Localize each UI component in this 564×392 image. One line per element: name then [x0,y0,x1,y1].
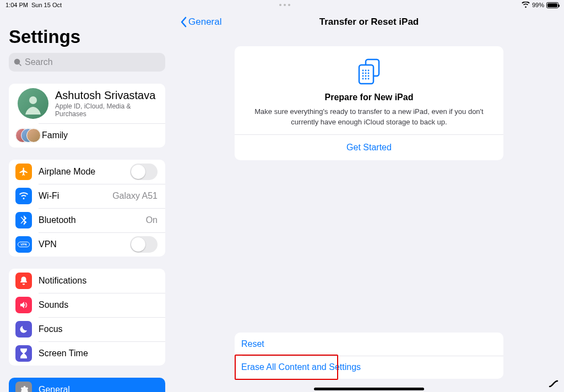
svg-point-0 [29,96,37,104]
prepare-hero-icon [352,55,386,88]
focus-row[interactable]: Focus [9,317,165,341]
airplane-mode-row[interactable]: Airplane Mode [9,160,165,184]
system-group: General Control Centre [9,378,165,392]
vpn-row[interactable]: VPN VPN [9,232,165,257]
svg-text:VPN: VPN [20,243,26,246]
home-indicator[interactable] [314,388,424,390]
bluetooth-value: On [146,215,158,225]
svg-point-20 [365,78,367,80]
row-label: Wi-Fi [39,191,59,201]
battery-icon [546,2,558,8]
multitask-dots[interactable] [279,4,290,6]
svg-point-18 [368,75,370,77]
search-icon [13,58,22,67]
prepare-panel: Prepare for New iPad Make sure everythin… [235,46,503,160]
bluetooth-row[interactable]: Bluetooth On [9,208,165,232]
get-started-button[interactable]: Get Started [245,135,494,160]
svg-point-16 [362,75,364,77]
back-label: General [188,17,221,28]
svg-point-21 [368,78,370,80]
profile-name: Ashutosh Srivastava [55,89,158,102]
row-label: Bluetooth [39,215,76,225]
chevron-left-icon [180,17,187,28]
svg-point-17 [365,75,367,77]
family-row[interactable]: Family [9,123,165,148]
settings-sidebar: Settings Search Ashutosh Srivastava Appl… [0,10,174,392]
moon-icon [15,321,32,337]
apple-id-row[interactable]: Ashutosh Srivastava Apple ID, iCloud, Me… [9,84,165,123]
search-input[interactable]: Search [9,53,165,72]
speaker-icon [15,297,32,313]
detail-pane: General Transfer or Reset iPad Prepare f… [174,10,564,392]
status-date: Sun 15 Oct [31,2,62,8]
reset-row[interactable]: Reset [235,333,503,356]
general-row[interactable]: General [9,378,165,392]
row-label: Screen Time [39,349,88,358]
row-label: Sounds [39,300,68,310]
svg-point-11 [365,70,367,72]
row-label: Focus [39,324,63,334]
svg-point-14 [365,73,367,74]
battery-pct: 99% [532,2,544,8]
gear-icon [15,382,32,392]
family-label: Family [42,130,68,140]
status-time: 1:04 PM [6,2,28,8]
hourglass-icon [15,345,32,362]
wifi-status-icon [522,2,530,9]
wifi-row[interactable]: Wi-Fi Galaxy A51 [9,184,165,208]
erase-row[interactable]: Erase All Content and Settings [235,356,503,379]
row-label: VPN [39,239,57,249]
airplane-icon [15,164,32,180]
connectivity-group: Airplane Mode Wi-Fi Galaxy A51 Bluetooth… [9,160,165,257]
prepare-heading: Prepare for New iPad [245,92,494,102]
scribble-handle[interactable] [547,377,561,390]
sounds-row[interactable]: Sounds [9,293,165,317]
reset-card: Reset Erase All Content and Settings [235,333,503,379]
notifications-row[interactable]: Notifications [9,269,165,293]
row-label: General [39,385,70,392]
avatar [18,88,48,119]
svg-point-10 [362,70,364,72]
back-button[interactable]: General [180,10,221,34]
svg-rect-9 [359,65,373,84]
vpn-icon: VPN [15,236,32,253]
family-avatars [15,127,36,144]
wifi-icon [15,188,32,204]
bell-icon [15,273,32,289]
wifi-value: Galaxy A51 [112,191,158,201]
erase-label: Erase All Content and Settings [241,362,361,372]
search-placeholder: Search [25,57,53,67]
reset-label: Reset [241,339,264,349]
profile-subtitle: Apple ID, iCloud, Media & Purchases [55,102,158,118]
svg-point-15 [368,73,370,74]
screen-time-row[interactable]: Screen Time [9,341,165,366]
svg-point-19 [362,78,364,80]
bluetooth-icon [15,212,32,228]
svg-point-12 [368,70,370,72]
row-label: Notifications [39,276,86,286]
detail-title: Transfer or Reset iPad [319,17,419,28]
attention-group: Notifications Sounds Focus Screen Time [9,269,165,366]
airplane-toggle[interactable] [130,164,158,180]
svg-point-13 [362,73,364,74]
vpn-toggle[interactable] [130,236,158,253]
profile-card: Ashutosh Srivastava Apple ID, iCloud, Me… [9,84,165,148]
page-title: Settings [9,26,165,47]
prepare-body: Make sure everything's ready to transfer… [248,107,490,128]
row-label: Airplane Mode [39,167,95,177]
detail-header: General Transfer or Reset iPad [174,10,564,34]
status-bar: 1:04 PM Sun 15 Oct 99% [0,0,564,10]
